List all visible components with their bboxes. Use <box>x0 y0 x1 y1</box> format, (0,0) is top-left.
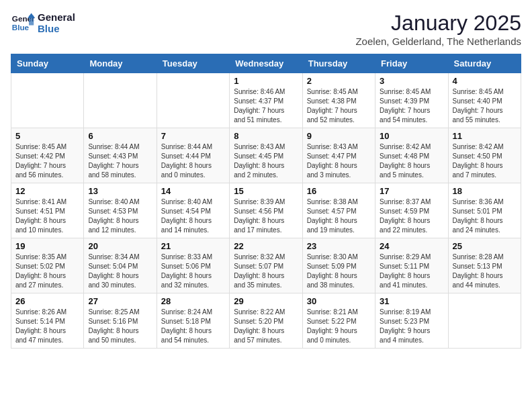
day-number: 24 <box>380 241 443 251</box>
day-info: Sunrise: 8:28 AM Sunset: 5:13 PM Dayligh… <box>453 253 517 290</box>
day-info: Sunrise: 8:41 AM Sunset: 4:51 PM Dayligh… <box>15 197 79 235</box>
calendar-header-row: SundayMondayTuesdayWednesdayThursdayFrid… <box>11 54 521 73</box>
day-number: 31 <box>380 296 443 306</box>
calendar-table: SundayMondayTuesdayWednesdayThursdayFrid… <box>11 54 521 349</box>
day-info: Sunrise: 8:44 AM Sunset: 4:44 PM Dayligh… <box>161 142 225 180</box>
day-info: Sunrise: 8:34 AM Sunset: 5:04 PM Dayligh… <box>88 253 152 290</box>
calendar-cell: 31Sunrise: 8:19 AM Sunset: 5:23 PM Dayli… <box>375 293 448 349</box>
calendar-cell: 4Sunrise: 8:45 AM Sunset: 4:40 PM Daylig… <box>448 73 521 128</box>
calendar-week-1: 1Sunrise: 8:46 AM Sunset: 4:37 PM Daylig… <box>11 73 521 128</box>
logo-icon: General Blue <box>11 11 35 35</box>
weekday-header-monday: Monday <box>84 54 157 73</box>
calendar-week-5: 26Sunrise: 8:26 AM Sunset: 5:14 PM Dayli… <box>11 293 521 349</box>
day-info: Sunrise: 8:43 AM Sunset: 4:45 PM Dayligh… <box>234 142 298 180</box>
day-number: 28 <box>161 296 225 306</box>
day-number: 6 <box>88 131 152 141</box>
weekday-header-thursday: Thursday <box>302 54 375 73</box>
day-info: Sunrise: 8:40 AM Sunset: 4:54 PM Dayligh… <box>161 197 225 235</box>
day-number: 12 <box>15 186 79 196</box>
day-info: Sunrise: 8:32 AM Sunset: 5:07 PM Dayligh… <box>234 253 298 290</box>
calendar-cell: 7Sunrise: 8:44 AM Sunset: 4:44 PM Daylig… <box>157 128 229 183</box>
day-number: 3 <box>380 76 443 86</box>
calendar-cell: 1Sunrise: 8:46 AM Sunset: 4:37 PM Daylig… <box>230 73 302 128</box>
day-number: 23 <box>307 241 371 251</box>
title-area: January 2025 Zoelen, Gelderland, The Net… <box>355 11 521 47</box>
day-info: Sunrise: 8:45 AM Sunset: 4:38 PM Dayligh… <box>307 87 371 125</box>
calendar-cell: 18Sunrise: 8:36 AM Sunset: 5:01 PM Dayli… <box>448 183 521 238</box>
calendar-cell: 9Sunrise: 8:43 AM Sunset: 4:47 PM Daylig… <box>302 128 375 183</box>
day-info: Sunrise: 8:35 AM Sunset: 5:02 PM Dayligh… <box>15 253 79 290</box>
day-info: Sunrise: 8:40 AM Sunset: 4:53 PM Dayligh… <box>88 197 152 235</box>
day-number: 10 <box>380 131 443 141</box>
day-number: 7 <box>161 131 225 141</box>
logo-blue: Blue <box>38 23 75 34</box>
day-number: 29 <box>234 296 298 306</box>
calendar-cell: 19Sunrise: 8:35 AM Sunset: 5:02 PM Dayli… <box>11 238 84 293</box>
calendar-cell <box>84 73 157 128</box>
weekday-header-sunday: Sunday <box>11 54 84 73</box>
header: General Blue General Blue January 2025 Z… <box>11 11 521 47</box>
calendar-cell: 6Sunrise: 8:44 AM Sunset: 4:43 PM Daylig… <box>84 128 157 183</box>
day-number: 19 <box>15 241 79 251</box>
calendar-cell: 8Sunrise: 8:43 AM Sunset: 4:45 PM Daylig… <box>230 128 302 183</box>
calendar-cell: 30Sunrise: 8:21 AM Sunset: 5:22 PM Dayli… <box>302 293 375 349</box>
calendar-week-2: 5Sunrise: 8:45 AM Sunset: 4:42 PM Daylig… <box>11 128 521 183</box>
day-info: Sunrise: 8:42 AM Sunset: 4:48 PM Dayligh… <box>380 142 443 180</box>
day-number: 2 <box>307 76 371 86</box>
day-info: Sunrise: 8:22 AM Sunset: 5:20 PM Dayligh… <box>234 308 298 345</box>
day-info: Sunrise: 8:33 AM Sunset: 5:06 PM Dayligh… <box>161 253 225 290</box>
day-info: Sunrise: 8:45 AM Sunset: 4:40 PM Dayligh… <box>453 87 517 125</box>
day-info: Sunrise: 8:19 AM Sunset: 5:23 PM Dayligh… <box>380 308 443 345</box>
day-number: 4 <box>453 76 517 86</box>
day-number: 13 <box>88 186 152 196</box>
calendar-header: SundayMondayTuesdayWednesdayThursdayFrid… <box>11 54 521 73</box>
weekday-header-saturday: Saturday <box>448 54 521 73</box>
day-number: 17 <box>380 186 443 196</box>
day-number: 30 <box>307 296 371 306</box>
calendar-cell: 29Sunrise: 8:22 AM Sunset: 5:20 PM Dayli… <box>230 293 302 349</box>
calendar-week-3: 12Sunrise: 8:41 AM Sunset: 4:51 PM Dayli… <box>11 183 521 238</box>
day-info: Sunrise: 8:45 AM Sunset: 4:42 PM Dayligh… <box>15 142 79 180</box>
day-number: 5 <box>15 131 79 141</box>
day-number: 15 <box>234 186 298 196</box>
day-number: 11 <box>453 131 517 141</box>
logo: General Blue General Blue <box>11 11 75 35</box>
day-number: 22 <box>234 241 298 251</box>
day-info: Sunrise: 8:29 AM Sunset: 5:11 PM Dayligh… <box>380 253 443 290</box>
weekday-header-wednesday: Wednesday <box>230 54 302 73</box>
calendar-subtitle: Zoelen, Gelderland, The Netherlands <box>355 36 521 47</box>
calendar-cell: 26Sunrise: 8:26 AM Sunset: 5:14 PM Dayli… <box>11 293 84 349</box>
day-info: Sunrise: 8:24 AM Sunset: 5:18 PM Dayligh… <box>161 308 225 345</box>
day-number: 21 <box>161 241 225 251</box>
calendar-cell: 10Sunrise: 8:42 AM Sunset: 4:48 PM Dayli… <box>375 128 448 183</box>
calendar-cell: 12Sunrise: 8:41 AM Sunset: 4:51 PM Dayli… <box>11 183 84 238</box>
day-info: Sunrise: 8:26 AM Sunset: 5:14 PM Dayligh… <box>15 308 79 345</box>
day-number: 26 <box>15 296 79 306</box>
calendar-cell: 13Sunrise: 8:40 AM Sunset: 4:53 PM Dayli… <box>84 183 157 238</box>
calendar-cell: 5Sunrise: 8:45 AM Sunset: 4:42 PM Daylig… <box>11 128 84 183</box>
weekday-header-tuesday: Tuesday <box>157 54 229 73</box>
calendar-cell: 27Sunrise: 8:25 AM Sunset: 5:16 PM Dayli… <box>84 293 157 349</box>
calendar-cell: 20Sunrise: 8:34 AM Sunset: 5:04 PM Dayli… <box>84 238 157 293</box>
calendar-cell: 25Sunrise: 8:28 AM Sunset: 5:13 PM Dayli… <box>448 238 521 293</box>
day-info: Sunrise: 8:30 AM Sunset: 5:09 PM Dayligh… <box>307 253 371 290</box>
day-info: Sunrise: 8:46 AM Sunset: 4:37 PM Dayligh… <box>234 87 298 125</box>
day-info: Sunrise: 8:43 AM Sunset: 4:47 PM Dayligh… <box>307 142 371 180</box>
logo-general: General <box>38 11 75 23</box>
day-number: 9 <box>307 131 371 141</box>
day-number: 14 <box>161 186 225 196</box>
calendar-cell: 24Sunrise: 8:29 AM Sunset: 5:11 PM Dayli… <box>375 238 448 293</box>
day-number: 27 <box>88 296 152 306</box>
calendar-cell: 17Sunrise: 8:37 AM Sunset: 4:59 PM Dayli… <box>375 183 448 238</box>
day-number: 16 <box>307 186 371 196</box>
calendar-body: 1Sunrise: 8:46 AM Sunset: 4:37 PM Daylig… <box>11 73 521 349</box>
day-info: Sunrise: 8:36 AM Sunset: 5:01 PM Dayligh… <box>453 197 517 235</box>
day-number: 8 <box>234 131 298 141</box>
calendar-cell: 21Sunrise: 8:33 AM Sunset: 5:06 PM Dayli… <box>157 238 229 293</box>
calendar-cell <box>11 73 84 128</box>
calendar-cell <box>448 293 521 349</box>
calendar-cell: 22Sunrise: 8:32 AM Sunset: 5:07 PM Dayli… <box>230 238 302 293</box>
day-number: 1 <box>234 76 298 86</box>
day-info: Sunrise: 8:21 AM Sunset: 5:22 PM Dayligh… <box>307 308 371 345</box>
calendar-cell: 11Sunrise: 8:42 AM Sunset: 4:50 PM Dayli… <box>448 128 521 183</box>
